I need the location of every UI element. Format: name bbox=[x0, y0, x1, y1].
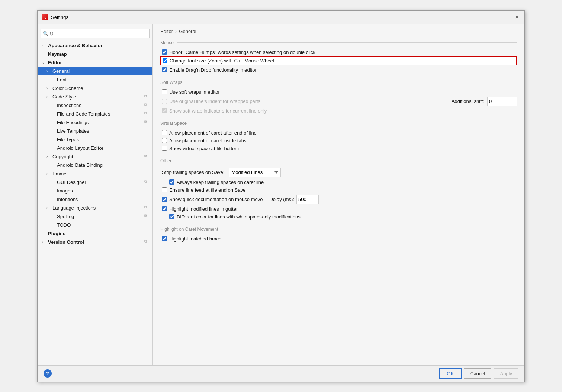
original-indent-checkbox[interactable] bbox=[162, 99, 167, 104]
sidebar-item-file-code-templates[interactable]: File and Code Templates ⧉ bbox=[38, 110, 152, 118]
use-soft-wraps-row: Use soft wraps in editor bbox=[160, 88, 517, 96]
drag-drop-checkbox[interactable] bbox=[162, 67, 167, 72]
use-soft-wraps-checkbox[interactable] bbox=[162, 89, 167, 94]
app-icon: IJ bbox=[42, 14, 48, 20]
breadcrumb-separator: › bbox=[175, 29, 177, 34]
diff-color-checkbox[interactable] bbox=[169, 214, 174, 219]
sidebar-item-label: Inspections bbox=[57, 103, 143, 108]
sidebar-item-android-layout-editor[interactable]: Android Layout Editor bbox=[38, 144, 152, 152]
main-content: 🔍 › Appearance & Behavior Keymap ∨ Edito… bbox=[38, 24, 524, 365]
font-zoom-label: Change font size (Zoom) with Ctrl+Mouse … bbox=[170, 58, 274, 64]
ok-button[interactable]: OK bbox=[439, 368, 462, 379]
caret-end-checkbox[interactable] bbox=[162, 130, 167, 135]
camel-humps-checkbox[interactable] bbox=[162, 49, 167, 55]
caret-tabs-label: Allow placement of caret inside tabs bbox=[169, 138, 246, 143]
caret-tabs-checkbox[interactable] bbox=[162, 138, 167, 143]
chevron-icon: › bbox=[46, 172, 51, 176]
sidebar-item-appearance[interactable]: › Appearance & Behavior bbox=[38, 41, 152, 50]
sidebar-item-spelling[interactable]: Spelling ⧉ bbox=[38, 212, 152, 221]
sidebar-item-language-injections[interactable]: › Language Injections ⧉ bbox=[38, 204, 152, 212]
sidebar-item-version-control[interactable]: › Version Control ⧉ bbox=[38, 238, 152, 246]
line-feed-checkbox[interactable] bbox=[162, 187, 167, 192]
sidebar-item-label: File and Code Templates bbox=[57, 111, 143, 117]
sidebar-item-label: General bbox=[52, 68, 150, 74]
copy-icon: ⧉ bbox=[144, 94, 150, 99]
diff-color-label: Different color for lines with whitespac… bbox=[177, 214, 301, 220]
breadcrumb-child: General bbox=[179, 29, 196, 34]
delay-input[interactable] bbox=[296, 195, 319, 204]
highlight-brace-checkbox[interactable] bbox=[162, 236, 167, 241]
copy-icon: ⧉ bbox=[144, 239, 150, 244]
drag-drop-label: Enable Drag'n'Drop functionality in edit… bbox=[169, 67, 257, 73]
virtual-space-bottom-label: Show virtual space at file bottom bbox=[169, 146, 239, 151]
sidebar-item-images[interactable]: Images bbox=[38, 187, 152, 195]
keep-trailing-checkbox[interactable] bbox=[169, 179, 174, 185]
help-button[interactable]: ? bbox=[44, 369, 52, 378]
virtual-space-bottom-checkbox[interactable] bbox=[162, 146, 167, 151]
search-box[interactable]: 🔍 bbox=[41, 29, 150, 38]
highlight-modified-label: Highlight modified lines in gutter bbox=[169, 206, 238, 212]
sidebar-item-label: Copyright bbox=[52, 154, 143, 159]
sidebar-item-emmet[interactable]: › Emmet bbox=[38, 169, 152, 178]
original-indent-label: Use original line's indent for wrapped p… bbox=[169, 98, 260, 104]
sidebar-item-color-scheme[interactable]: › Color Scheme bbox=[38, 84, 152, 93]
sidebar-item-editor[interactable]: ∨ Editor bbox=[38, 58, 152, 67]
sidebar-item-file-types[interactable]: File Types bbox=[38, 135, 152, 144]
sidebar-item-intentions[interactable]: Intentions bbox=[38, 195, 152, 204]
chevron-icon: › bbox=[46, 155, 51, 159]
sidebar-item-live-templates[interactable]: Live Templates bbox=[38, 127, 152, 135]
sidebar-item-gui-designer[interactable]: GUI Designer ⧉ bbox=[38, 178, 152, 187]
breadcrumb-parent: Editor bbox=[160, 29, 173, 34]
quick-doc-row: Show quick documentation on mouse move D… bbox=[160, 194, 517, 205]
title-bar: IJ Settings ✕ bbox=[38, 11, 524, 24]
copy-icon: ⧉ bbox=[144, 103, 150, 108]
sidebar-item-label: Emmet bbox=[52, 171, 150, 176]
close-button[interactable]: ✕ bbox=[514, 14, 520, 20]
sidebar-item-label: Code Style bbox=[52, 94, 143, 100]
cancel-button[interactable]: Cancel bbox=[464, 368, 491, 379]
highlight-caret-section: Highlight on Caret Movement Highlight ma… bbox=[160, 227, 517, 243]
sidebar-item-label: Version Control bbox=[48, 239, 143, 245]
chevron-icon: › bbox=[42, 43, 46, 48]
chevron-icon: › bbox=[46, 69, 51, 73]
highlight-brace-label: Highlight matched brace bbox=[169, 236, 221, 242]
delay-label: Delay (ms): bbox=[269, 197, 294, 202]
sidebar-item-todo[interactable]: TODO bbox=[38, 221, 152, 229]
highlight-modified-row: Highlight modified lines in gutter bbox=[160, 205, 517, 213]
highlight-modified-checkbox[interactable] bbox=[162, 206, 167, 211]
sidebar-item-label: Font bbox=[57, 77, 150, 82]
wrap-indicators-checkbox[interactable] bbox=[162, 108, 167, 113]
use-soft-wraps-label: Use soft wraps in editor bbox=[169, 89, 220, 95]
virtual-space-section: Virtual Space Allow placement of caret a… bbox=[160, 121, 517, 152]
sidebar-item-code-style[interactable]: › Code Style ⧉ bbox=[38, 93, 152, 101]
sidebar-item-general[interactable]: › General bbox=[38, 67, 152, 75]
camel-humps-row: Honor "CamelHumps" words settings when s… bbox=[160, 48, 517, 56]
caret-end-row: Allow placement of caret after end of li… bbox=[160, 129, 517, 137]
wrap-indicators-row: Show soft wrap indicators for current li… bbox=[160, 107, 517, 115]
diff-color-row: Different color for lines with whitespac… bbox=[160, 213, 517, 221]
chevron-icon: › bbox=[42, 240, 46, 244]
sidebar-item-font[interactable]: Font bbox=[38, 75, 152, 84]
copy-icon: ⧉ bbox=[144, 205, 150, 210]
sidebar-item-label: Editor bbox=[48, 60, 150, 65]
sidebar-item-label: TODO bbox=[57, 222, 150, 228]
keep-trailing-row: Always keep trailing spaces on caret lin… bbox=[160, 178, 517, 186]
quick-doc-checkbox[interactable] bbox=[162, 197, 167, 202]
sidebar-item-plugins[interactable]: Plugins bbox=[38, 229, 152, 238]
font-zoom-row: Change font size (Zoom) with Ctrl+Mouse … bbox=[160, 56, 517, 65]
chevron-icon: ∨ bbox=[42, 61, 46, 65]
apply-button[interactable]: Apply bbox=[494, 368, 518, 379]
strip-trailing-select[interactable]: None All Modified Lines bbox=[229, 168, 281, 177]
sidebar-item-copyright[interactable]: › Copyright ⧉ bbox=[38, 152, 152, 161]
font-zoom-checkbox[interactable] bbox=[163, 58, 167, 63]
additional-shift-label: Additional shift: bbox=[452, 98, 484, 104]
sidebar: 🔍 › Appearance & Behavior Keymap ∨ Edito… bbox=[38, 24, 153, 365]
sidebar-item-file-encodings[interactable]: File Encodings ⧉ bbox=[38, 118, 152, 127]
sidebar-item-android-data-binding[interactable]: Android Data Binding bbox=[38, 161, 152, 169]
sidebar-item-label: Keymap bbox=[48, 51, 150, 57]
sidebar-item-keymap[interactable]: Keymap bbox=[38, 50, 152, 58]
additional-shift-input[interactable] bbox=[487, 97, 517, 106]
sidebar-item-inspections[interactable]: Inspections ⧉ bbox=[38, 101, 152, 110]
sidebar-item-label: Color Scheme bbox=[52, 85, 150, 91]
search-input[interactable] bbox=[41, 29, 150, 38]
